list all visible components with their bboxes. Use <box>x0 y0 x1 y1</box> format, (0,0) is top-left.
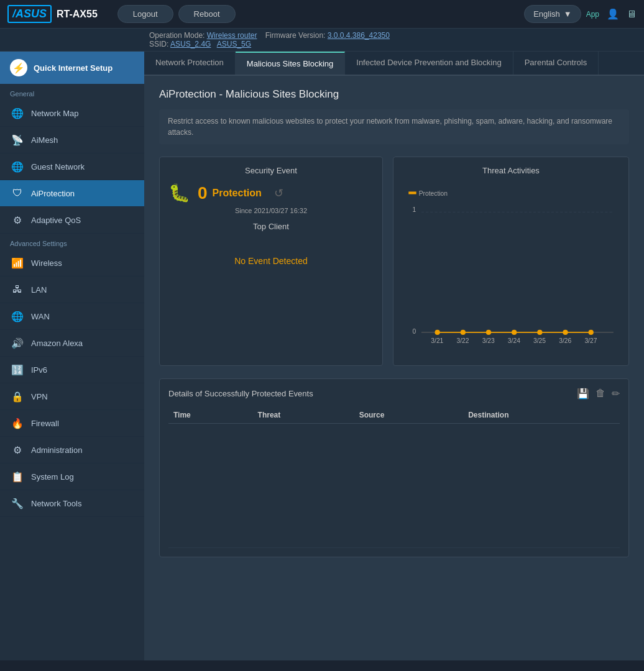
language-selector[interactable]: English ▼ <box>524 5 581 23</box>
delete-icon[interactable]: 🗑 <box>596 388 605 399</box>
advanced-section-label: Advanced Settings <box>0 234 144 250</box>
sidebar-item-guest-network[interactable]: 🌐 Guest Network <box>0 153 144 180</box>
administration-icon: ⚙ <box>10 442 25 457</box>
page-title: AiProtection - Malicious Sites Blocking <box>159 88 629 101</box>
sidebar-label-vpn: VPN <box>31 392 48 401</box>
logo-area: /ASUS RT-AX55 <box>7 5 98 23</box>
sidebar-label-lan: LAN <box>31 285 47 294</box>
chart-container: Protection 1 0 <box>402 183 620 357</box>
model-name: RT-AX55 <box>57 9 98 20</box>
ssid-24[interactable]: ASUS_2.4G <box>170 40 211 48</box>
col-destination: Destination <box>463 407 620 424</box>
svg-text:3/24: 3/24 <box>508 337 520 344</box>
sidebar-item-wireless[interactable]: 📶 Wireless <box>0 250 144 276</box>
header-buttons: Logout Reboot <box>117 5 236 23</box>
col-time: Time <box>168 407 253 424</box>
ssid-label: SSID: <box>149 40 168 48</box>
threat-activities-title: Threat Activities <box>402 166 620 175</box>
sidebar-item-administration[interactable]: ⚙ Administration <box>0 437 144 463</box>
alexa-icon: 🔊 <box>10 336 25 350</box>
sidebar-item-vpn[interactable]: 🔒 VPN <box>0 383 144 410</box>
header: /ASUS RT-AX55 Logout Reboot English ▼ Ap… <box>0 0 644 29</box>
sidebar: ⚡ Quick Internet Setup General 🌐 Network… <box>0 52 144 660</box>
wireless-icon: 📶 <box>10 255 25 270</box>
events-table: Time Threat Source Destination <box>168 407 620 548</box>
lan-icon: 🖧 <box>10 282 25 297</box>
tab-malicious-sites[interactable]: Malicious Sites Blocking <box>236 52 345 75</box>
col-source: Source <box>354 407 463 424</box>
count-text: Protection <box>213 188 262 199</box>
sidebar-label-amazon-alexa: Amazon Alexa <box>31 339 83 348</box>
svg-text:1: 1 <box>412 206 416 213</box>
system-log-icon: 📋 <box>10 469 25 484</box>
operation-mode-label: Operation Mode: <box>149 31 205 40</box>
tab-infected-device[interactable]: Infected Device Prevention and Blocking <box>345 52 513 75</box>
details-header: Details of Successfully Protected Events… <box>168 388 620 399</box>
svg-text:3/22: 3/22 <box>457 337 469 344</box>
sidebar-label-firewall: Firewall <box>31 419 59 428</box>
threat-activities-panel: Threat Activities Protection 1 0 <box>393 157 629 366</box>
sidebar-item-system-log[interactable]: 📋 System Log <box>0 463 144 490</box>
sidebar-item-network-tools[interactable]: 🔧 Network Tools <box>0 490 144 517</box>
edit-icon[interactable]: ✏ <box>612 388 620 399</box>
wan-icon: 🌐 <box>10 309 25 324</box>
tab-parental-controls[interactable]: Parental Controls <box>513 52 599 75</box>
quick-setup-label: Quick Internet Setup <box>34 63 113 73</box>
sidebar-item-network-map[interactable]: 🌐 Network Map <box>0 100 144 127</box>
tab-network-protection[interactable]: Network Protection <box>144 52 236 75</box>
count-label: 0 Protection <box>198 183 262 203</box>
svg-text:3/27: 3/27 <box>584 337 597 344</box>
security-event-title: Security Event <box>168 166 374 175</box>
sidebar-label-ipv6: IPv6 <box>31 365 47 375</box>
tabs-bar: Network Protection Malicious Sites Block… <box>144 52 644 76</box>
vpn-icon: 🔒 <box>10 389 25 404</box>
quick-setup-item[interactable]: ⚡ Quick Internet Setup <box>0 52 144 84</box>
content-area: Network Protection Malicious Sites Block… <box>144 52 644 660</box>
description: Restrict access to known malicious websi… <box>159 109 629 144</box>
since-text: Since 2021/03/27 16:32 <box>168 207 374 214</box>
count-number: 0 <box>198 183 208 203</box>
security-event-panel: Security Event 🐛 0 Protection ↺ Since 20… <box>159 157 383 366</box>
sidebar-item-wan[interactable]: 🌐 WAN <box>0 303 144 330</box>
reset-icon[interactable]: ↺ <box>274 186 283 200</box>
two-panel: Security Event 🐛 0 Protection ↺ Since 20… <box>159 157 629 366</box>
threat-chart: Protection 1 0 <box>402 183 620 357</box>
empty-table-row <box>168 424 620 548</box>
sidebar-item-lan[interactable]: 🖧 LAN <box>0 276 144 303</box>
header-right: English ▼ App 👤 🖥 <box>524 5 637 23</box>
save-icon[interactable]: 💾 <box>577 388 589 399</box>
bug-icon: 🐛 <box>168 183 190 203</box>
chevron-down-icon: ▼ <box>564 9 572 19</box>
person-icon[interactable]: 👤 <box>607 8 619 20</box>
sidebar-label-wan: WAN <box>31 312 50 321</box>
firmware-value[interactable]: 3.0.0.4.386_42350 <box>328 31 390 40</box>
ssid-5[interactable]: ASUS_5G <box>217 40 251 48</box>
monitor-icon[interactable]: 🖥 <box>627 9 637 20</box>
operation-mode-value[interactable]: Wireless router <box>207 31 257 40</box>
svg-text:3/25: 3/25 <box>533 337 546 344</box>
sidebar-item-adaptive-qos[interactable]: ⚙ Adaptive QoS <box>0 207 144 234</box>
sidebar-label-administration: Administration <box>31 445 82 455</box>
ipv6-icon: 🔢 <box>10 362 25 377</box>
reboot-button[interactable]: Reboot <box>178 5 236 23</box>
sidebar-label-aiprotection: AiProtection <box>31 189 75 198</box>
quick-setup-icon: ⚡ <box>10 59 27 76</box>
logout-button[interactable]: Logout <box>117 5 173 23</box>
general-section-label: General <box>0 84 144 100</box>
svg-text:3/23: 3/23 <box>482 337 495 344</box>
header-icons: App 👤 🖥 <box>586 8 637 20</box>
sidebar-item-ipv6[interactable]: 🔢 IPv6 <box>0 357 144 383</box>
no-event-label: No Event Detected <box>168 256 374 266</box>
sidebar-item-aiprotection[interactable]: 🛡 AiProtection <box>0 180 144 207</box>
network-tools-icon: 🔧 <box>10 496 25 511</box>
details-title: Details of Successfully Protected Events <box>168 389 313 398</box>
sidebar-item-firewall[interactable]: 🔥 Firewall <box>0 410 144 437</box>
info-bar: Operation Mode: Wireless router Firmware… <box>0 29 644 52</box>
sidebar-item-amazon-alexa[interactable]: 🔊 Amazon Alexa <box>0 330 144 357</box>
asus-logo: /ASUS <box>7 5 52 23</box>
aiprotection-icon: 🛡 <box>10 186 25 201</box>
sidebar-item-aimesh[interactable]: 📡 AiMesh <box>0 127 144 153</box>
adaptive-qos-icon: ⚙ <box>10 212 25 227</box>
language-label: English <box>533 9 560 19</box>
top-client-label: Top Client <box>168 222 374 231</box>
